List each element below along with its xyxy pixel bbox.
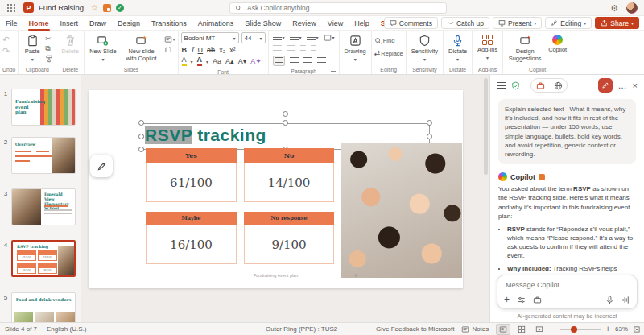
- app-launcher-icon[interactable]: [7, 4, 15, 12]
- reset-slide-icon[interactable]: [164, 46, 175, 54]
- font-color-button[interactable]: A: [197, 56, 203, 66]
- delete-button[interactable]: Delete: [59, 32, 81, 56]
- share-button[interactable]: Share ▾: [595, 17, 639, 29]
- thumbnail-slide-3[interactable]: 3 Emerald View Elementary School: [0, 188, 76, 225]
- multilevel-list-button[interactable]: ▾: [307, 35, 319, 42]
- tab-animations[interactable]: Animations: [192, 16, 240, 31]
- slide-sorter-view-button[interactable]: [515, 325, 528, 334]
- close-panel-icon[interactable]: ×: [633, 81, 638, 90]
- text-effects-button[interactable]: A✦: [250, 57, 262, 65]
- feedback-link[interactable]: Give Feedback to Microsoft: [376, 325, 454, 333]
- zoom-slider[interactable]: [560, 329, 601, 330]
- user-avatar[interactable]: [626, 2, 638, 14]
- align-center-button[interactable]: [290, 57, 299, 64]
- selection-handle[interactable]: [427, 120, 432, 126]
- paste-button[interactable]: Paste ▾: [21, 32, 43, 62]
- decrease-indent-icon[interactable]: [273, 45, 282, 52]
- present-button[interactable]: Present ▾: [493, 17, 542, 29]
- copilot-search-bar[interactable]: [229, 2, 447, 14]
- tab-file[interactable]: File: [0, 16, 23, 31]
- font-name-select[interactable]: Bodoni MT▾: [181, 32, 239, 43]
- align-right-button[interactable]: [303, 57, 312, 64]
- superscript-button[interactable]: x²: [229, 46, 236, 54]
- selection-handle[interactable]: [138, 120, 144, 126]
- paragraph-dialog-launcher[interactable]: [331, 66, 336, 72]
- selected-text[interactable]: RSVP: [145, 126, 192, 144]
- selection-handle[interactable]: [283, 120, 288, 126]
- voice-mode-icon[interactable]: [621, 296, 630, 304]
- drawing-button[interactable]: Drawing ▾: [342, 32, 369, 62]
- settings-gear-icon[interactable]: ⚙: [610, 4, 618, 13]
- increase-indent-icon[interactable]: [287, 45, 295, 52]
- notes-button[interactable]: Notes: [459, 325, 491, 334]
- grow-font-button[interactable]: A▴: [225, 57, 234, 65]
- briefcase-icon[interactable]: [533, 296, 542, 304]
- bold-button[interactable]: B: [182, 46, 188, 54]
- powerpoint-logo-icon[interactable]: P: [23, 2, 34, 13]
- catch-up-button[interactable]: Catch up: [441, 17, 489, 29]
- thumbnail-slide-5[interactable]: 5 Food and drink vendors: [0, 292, 76, 322]
- tab-slide-show[interactable]: Slide Show: [239, 16, 287, 31]
- fit-to-window-icon[interactable]: [633, 325, 641, 333]
- undo-icon[interactable]: ↶: [2, 35, 10, 44]
- tab-design[interactable]: Design: [112, 16, 146, 31]
- sensitivity-button[interactable]: Sensitivity ▾: [409, 32, 440, 62]
- selection-handle[interactable]: [427, 134, 432, 139]
- thumbnail-slide-4-selected[interactable]: 4 RSVP tracking 61/100 14/100 16/100 9/1…: [0, 240, 76, 277]
- editing-mode-button[interactable]: Editing ▾: [545, 17, 592, 29]
- zoom-in-icon[interactable]: +: [605, 325, 610, 333]
- subscript-button[interactable]: x₂: [219, 46, 225, 54]
- more-options-icon[interactable]: …: [618, 81, 627, 90]
- table-value-yes[interactable]: 61/100: [146, 163, 237, 202]
- children-circle-photo[interactable]: [341, 143, 462, 278]
- attach-plus-icon[interactable]: +: [504, 295, 510, 304]
- justify-button[interactable]: [317, 57, 326, 64]
- sensitivity-label-icon[interactable]: [103, 4, 111, 12]
- web-mode-button[interactable]: [549, 79, 567, 92]
- table-header-maybe[interactable]: Maybe: [146, 212, 237, 225]
- addins-button[interactable]: Add-ins ▾: [475, 32, 500, 60]
- thumbnail-slide-1[interactable]: 1 Fundraising event plan: [0, 89, 76, 126]
- language-indicator[interactable]: English (U.S.): [42, 325, 91, 333]
- new-chat-compose-button[interactable]: [598, 78, 613, 93]
- menu-hamburger-icon[interactable]: [497, 82, 506, 89]
- replace-button[interactable]: ⇄Replace: [374, 50, 403, 57]
- canvas-scrollbar[interactable]: [484, 78, 488, 175]
- selection-handle[interactable]: [138, 147, 144, 152]
- favorite-star-icon[interactable]: ☆: [91, 3, 98, 12]
- tab-insert[interactable]: Insert: [55, 16, 85, 31]
- table-value-maybe[interactable]: 16/100: [146, 225, 237, 264]
- strikethrough-button[interactable]: ab: [207, 46, 215, 54]
- paragraph-mark-icon[interactable]: [300, 45, 306, 52]
- bullets-button[interactable]: ▾: [273, 35, 285, 42]
- comments-button[interactable]: Comments: [384, 17, 438, 29]
- work-mode-button[interactable]: [531, 79, 549, 92]
- dictate-button[interactable]: Dictate ▾: [446, 32, 469, 62]
- thumbnail-slide-2[interactable]: 2 Overview: [0, 137, 76, 174]
- format-painter-icon[interactable]: [45, 55, 53, 63]
- copilot-message-input-card[interactable]: +: [497, 275, 638, 309]
- redo-icon[interactable]: ↷: [2, 47, 10, 56]
- change-case-button[interactable]: Aa: [213, 57, 221, 65]
- zoom-out-icon[interactable]: −: [551, 325, 555, 333]
- slide-editor[interactable]: RSVP tracking Yes No 61/100 14/100 Maybe…: [89, 90, 463, 288]
- zoom-level[interactable]: 63%: [615, 325, 628, 333]
- tab-view[interactable]: View: [322, 16, 349, 31]
- shrink-font-button[interactable]: A▾: [238, 57, 247, 65]
- italic-button[interactable]: I: [191, 46, 194, 54]
- underline-button[interactable]: U: [198, 46, 204, 54]
- slide-layout-icon[interactable]: ▾: [164, 35, 175, 43]
- quick-edit-pencil-button[interactable]: [90, 155, 113, 177]
- text-direction-button[interactable]: ▾: [324, 34, 335, 42]
- tab-home[interactable]: Home: [23, 16, 55, 31]
- document-title[interactable]: Fund Raising: [39, 3, 84, 12]
- tab-review[interactable]: Review: [287, 16, 322, 31]
- find-button[interactable]: Find: [374, 37, 403, 45]
- cut-icon[interactable]: ✂: [45, 35, 53, 43]
- slide-title[interactable]: RSVP tracking: [145, 125, 266, 145]
- microphone-icon[interactable]: [605, 296, 614, 304]
- message-input[interactable]: [504, 280, 630, 290]
- align-left-button[interactable]: [273, 56, 285, 66]
- copy-icon[interactable]: ⧉: [45, 45, 53, 52]
- paragraph-mark2-icon[interactable]: [311, 45, 316, 52]
